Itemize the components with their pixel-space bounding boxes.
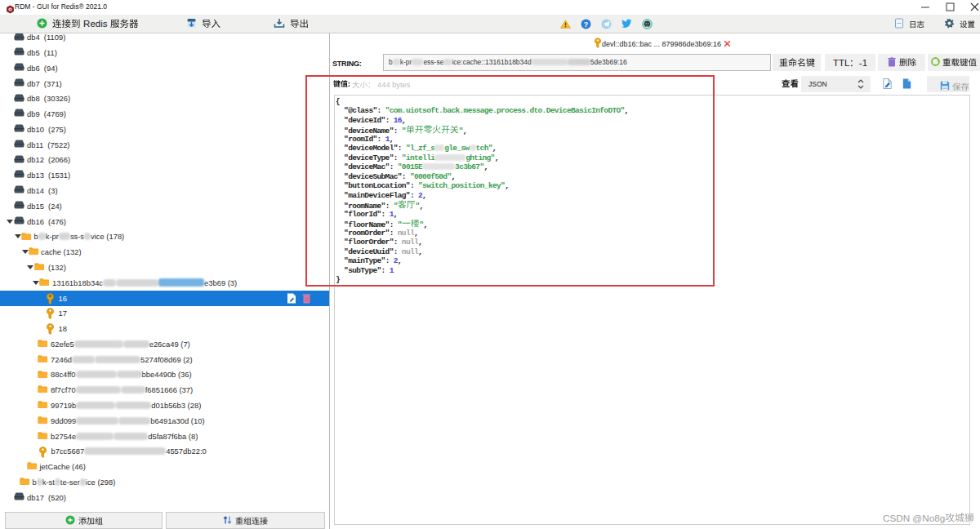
svg-text:?: ?: [584, 20, 589, 29]
